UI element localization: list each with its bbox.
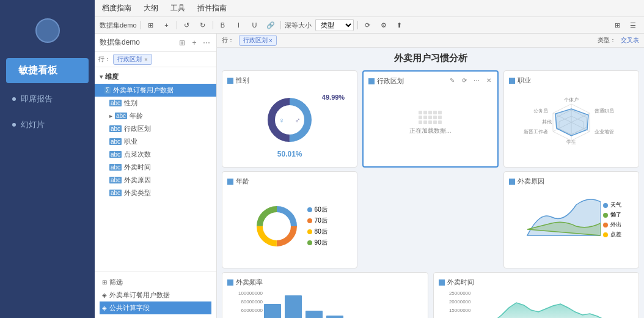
tree-folder-admin[interactable]: abc 行政区划 [95, 122, 216, 135]
freq-y-labels: 100000000 80000000 60000000 40000000 200… [227, 290, 264, 318]
time-chart-area: 25000000 20000000 15000000 10000000 5000… [439, 290, 634, 318]
bar-2 [285, 295, 302, 318]
legend-item-60: 60后 [307, 205, 327, 214]
settings-button[interactable]: ⚙ [378, 19, 390, 31]
reason-legend-out: 外出 [603, 221, 621, 229]
tree-folder-gender[interactable]: abc 性别 [95, 97, 216, 109]
toolbar-sep3 [213, 21, 213, 29]
dashboard-filter-bar: 行： 行政区划 × 类型： 交叉表 [217, 34, 644, 48]
gender-chart: ♀ ♂ 49.99% 50.01% [227, 89, 352, 162]
toolbar-sep5 [357, 21, 358, 29]
refresh-button[interactable]: ⟳ [362, 19, 374, 31]
lc3 [428, 111, 432, 114]
refresh-card-icon[interactable]: ⟳ [459, 75, 469, 85]
tree-folder-age[interactable]: ▸ abc 年龄 [95, 109, 216, 122]
reason-legend-lazy: 懒了 [603, 211, 621, 219]
reason-area-svg [521, 193, 601, 239]
redo-button[interactable]: ↻ [197, 19, 209, 31]
legend-dot-80 [307, 229, 312, 234]
age-legend: 60后 70后 80后 [307, 205, 327, 247]
admin-region-title: 行政区划 ✎ ⟳ ⋯ ✕ [368, 76, 492, 86]
sidebar-item-dashboard[interactable]: 敏捷看板 [6, 58, 89, 83]
menu-archive[interactable]: 档度指南 [100, 2, 134, 15]
fields-icon: ◈ [102, 305, 107, 311]
legend-item-90: 90后 [307, 239, 327, 247]
dashboard-top-grid: 性别 ♀ ♂ [217, 67, 644, 171]
tree-footer-fields[interactable]: ◈ 公共计算字段 [100, 301, 211, 314]
reason-title-dot [509, 179, 515, 185]
tree-new-icon[interactable]: ⊞ [177, 38, 187, 48]
list-view-button[interactable]: ☰ [627, 19, 639, 31]
frequency-chart-area: 100000000 80000000 60000000 40000000 200… [227, 290, 423, 318]
italic-button[interactable]: I [233, 19, 245, 31]
filter-tag-close-icon[interactable]: × [269, 37, 273, 44]
occupation-chart-card: 职业 [503, 70, 639, 168]
left-sidebar: 敏捷看板 即席报告 幻灯片 [0, 0, 95, 318]
underline-button[interactable]: U [249, 19, 261, 31]
tree-folder-reason[interactable]: abc 外卖原因 [95, 174, 216, 187]
more-card-icon[interactable]: ⋯ [472, 75, 481, 85]
lc8 [428, 116, 432, 119]
reason-dot-weather [603, 203, 608, 208]
add-button[interactable]: + [161, 19, 173, 31]
svg-text:普通职员: 普通职员 [595, 108, 614, 114]
occ-title-dot [509, 78, 515, 84]
tree-footer-filter[interactable]: ⊞ 筛选 [100, 276, 211, 289]
tree-folder-occupation[interactable]: abc 职业 [95, 135, 216, 148]
gender-title: 性别 [227, 76, 352, 85]
legend-item-80: 80后 [307, 227, 327, 236]
filter-close-icon[interactable]: × [144, 56, 148, 63]
close-card-icon[interactable]: ✕ [484, 75, 494, 85]
filter-icon: ⊞ [102, 279, 107, 286]
main-area: 档度指南 大纲 工具 插件指南 数据集demo ⊞ + ↺ ↻ B I U 🔗 … [95, 0, 644, 318]
dashboard-bottom-grid: 外卖频率 100000000 80000000 60000000 4000000… [217, 272, 644, 318]
admin-title-dot [368, 78, 375, 84]
zoom-label: 深等大小 [285, 21, 312, 30]
tree-item-gender-icon: abc [109, 100, 122, 106]
tree-folder-type[interactable]: abc 外卖类型 [95, 187, 216, 199]
time-area-svg [472, 290, 634, 318]
filter-tag-admin[interactable]: 行政区划 × [113, 54, 152, 65]
filter-tag-row[interactable]: 行政区划 × [239, 35, 277, 46]
lc14 [433, 120, 437, 124]
tree-item-order-data[interactable]: Σ 外卖单订餐用户数据 [95, 84, 216, 97]
menu-outline[interactable]: 大纲 [141, 2, 161, 15]
tree-panel: 数据集demo ⊞ + ⋯ 行： 行政区划 × ▾ [95, 34, 217, 318]
tree-add-icon[interactable]: + [189, 38, 199, 48]
tree-section-header[interactable]: ▾ 维度 [95, 70, 216, 84]
export-button[interactable]: ⬆ [393, 19, 406, 31]
age-title-dot [227, 179, 233, 185]
tree-folder-time[interactable]: abc 外卖时间 [95, 161, 216, 174]
loading-text: 正在加载数据... [409, 127, 451, 135]
time-svg-container: 0:00 5:00 11:00 13:00 15:00 17:00 19:00 … [472, 290, 634, 318]
sidebar-item-report[interactable]: 即席报告 [0, 86, 95, 112]
lc12 [423, 120, 427, 124]
tree-item-icon: Σ [104, 87, 111, 94]
section-arrow: ▾ [100, 73, 103, 80]
reason-dot-lazy [603, 213, 608, 218]
link-button[interactable]: 🔗 [265, 19, 277, 31]
card-actions: ✎ ⟳ ⋯ ✕ [447, 75, 494, 85]
loading-overlay: 正在加载数据... [368, 89, 492, 157]
legend-item-70: 70后 [307, 216, 327, 225]
tree-more-icon[interactable]: ⋯ [202, 38, 211, 48]
bold-button[interactable]: B [217, 19, 229, 31]
gender-donut-container: ♀ ♂ 49.99% [262, 92, 317, 147]
new-button[interactable]: ⊞ [145, 19, 157, 31]
tree-header-label: 数据集demo [100, 37, 140, 48]
tree-folder-order-count[interactable]: abc 点菜次数 [95, 148, 216, 161]
sidebar-dot-2 [12, 123, 16, 127]
undo-button[interactable]: ↺ [181, 19, 193, 31]
bar-1 [264, 304, 281, 318]
age-title: 年龄 [227, 177, 352, 186]
tree-footer-data[interactable]: ◈ 外卖单订餐用户数据 [100, 289, 211, 301]
dashboard-middle-grid: 年龄 60后 [217, 171, 644, 272]
grid-view-button[interactable]: ⊞ [611, 19, 623, 31]
type-select[interactable]: 类型 交叉表 [315, 19, 354, 31]
edit-icon[interactable]: ✎ [447, 75, 457, 85]
menu-tools[interactable]: 工具 [168, 2, 188, 15]
menu-plugins[interactable]: 插件指南 [195, 2, 229, 15]
sidebar-item-slides[interactable]: 幻灯片 [0, 112, 95, 138]
content-area: 数据集demo ⊞ + ⋯ 行： 行政区划 × ▾ [95, 34, 644, 318]
filter-row-label: 行： [98, 55, 111, 64]
